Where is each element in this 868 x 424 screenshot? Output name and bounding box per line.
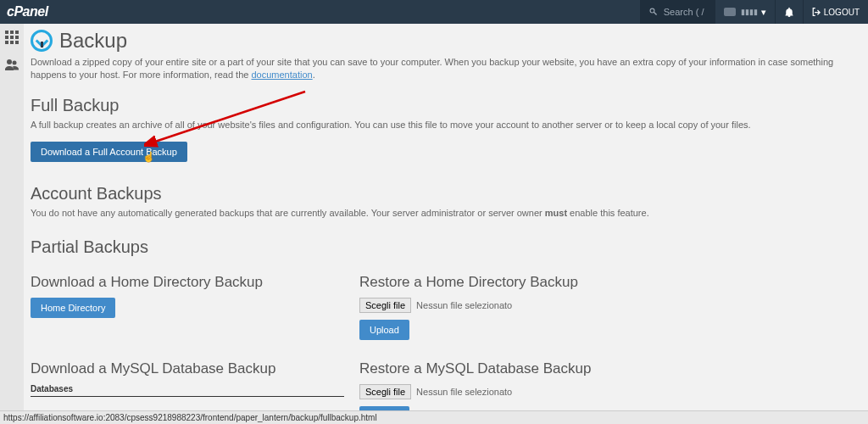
svg-rect-8 bbox=[15, 41, 19, 44]
restore-mysql-heading: Restore a MySQL Database Backup bbox=[359, 360, 853, 377]
user-label: ▮▮▮▮ bbox=[741, 8, 758, 16]
svg-rect-6 bbox=[5, 41, 8, 44]
documentation-link[interactable]: documentation bbox=[251, 70, 312, 80]
topbar: cPanel ▮▮▮▮ ▾ LOGOUT bbox=[0, 0, 868, 24]
account-backups-heading: Account Backups bbox=[31, 184, 853, 204]
databases-header: Databases bbox=[31, 384, 344, 397]
search-icon bbox=[648, 7, 659, 17]
account-backups-desc: You do not have any automatically genera… bbox=[31, 207, 853, 220]
partial-backups-heading: Partial Backups bbox=[31, 237, 853, 257]
backup-icon bbox=[31, 30, 53, 52]
bell-icon bbox=[784, 7, 794, 17]
sidebar bbox=[0, 24, 24, 424]
intro-text: Download a zipped copy of your entire si… bbox=[31, 56, 853, 82]
svg-rect-2 bbox=[15, 31, 19, 34]
notifications-button[interactable] bbox=[775, 0, 803, 24]
file-status-mysql: Nessun file selezionato bbox=[416, 387, 512, 397]
upload-home-button[interactable]: Upload bbox=[359, 320, 409, 340]
sidebar-item-users[interactable] bbox=[5, 58, 19, 75]
svg-rect-7 bbox=[10, 41, 14, 44]
restore-home-heading: Restore a Home Directory Backup bbox=[359, 274, 853, 291]
download-full-backup-button[interactable]: Download a Full Account Backup bbox=[31, 142, 187, 162]
svg-rect-5 bbox=[15, 36, 19, 39]
full-backup-desc: A full backup creates an archive of all … bbox=[31, 119, 853, 131]
avatar-icon bbox=[724, 8, 736, 16]
svg-rect-1 bbox=[10, 31, 14, 34]
choose-file-home[interactable]: Scegli file bbox=[359, 298, 411, 313]
chevron-down-icon: ▾ bbox=[761, 7, 766, 18]
svg-rect-4 bbox=[10, 36, 14, 39]
users-icon bbox=[5, 58, 19, 71]
svg-point-10 bbox=[13, 61, 17, 65]
svg-rect-0 bbox=[5, 31, 8, 34]
svg-point-9 bbox=[7, 59, 12, 64]
main-content: Backup Download a zipped copy of your en… bbox=[25, 24, 868, 424]
status-url: https://affiliationsoftware.io:2083/cpse… bbox=[3, 413, 377, 422]
download-mysql-heading: Download a MySQL Database Backup bbox=[31, 360, 359, 377]
search-box[interactable] bbox=[640, 0, 715, 24]
logout-icon bbox=[812, 8, 821, 16]
sidebar-item-apps[interactable] bbox=[5, 31, 19, 47]
logout-button[interactable]: LOGOUT bbox=[803, 0, 868, 24]
file-status-home: Nessun file selezionato bbox=[416, 300, 512, 310]
svg-rect-3 bbox=[5, 36, 8, 39]
full-backup-heading: Full Backup bbox=[31, 96, 853, 115]
choose-file-mysql[interactable]: Scegli file bbox=[359, 384, 411, 399]
logo[interactable]: cPanel bbox=[0, 4, 48, 20]
user-menu[interactable]: ▮▮▮▮ ▾ bbox=[715, 0, 775, 24]
grid-icon bbox=[5, 31, 19, 44]
page-title: Backup bbox=[59, 29, 127, 53]
search-input[interactable] bbox=[664, 7, 706, 17]
status-bar: https://affiliationsoftware.io:2083/cpse… bbox=[0, 410, 868, 424]
home-directory-button[interactable]: Home Directory bbox=[31, 298, 115, 318]
download-home-heading: Download a Home Directory Backup bbox=[31, 274, 359, 291]
